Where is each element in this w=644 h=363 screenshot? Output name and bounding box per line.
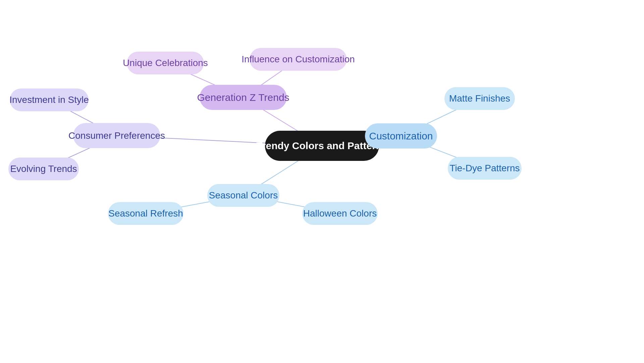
influence-customization-node: Influence on Customization [250,48,347,71]
seasonal-colors-node: Seasonal Colors [207,184,279,207]
center-node: Trendy Colors and Patterns [265,131,379,161]
matte-finishes-node: Matte Finishes [444,87,515,110]
halloween-colors-node: Halloween Colors [302,202,378,225]
generation-z-trends-node: Generation Z Trends [200,85,287,110]
unique-celebrations-node: Unique Celebrations [127,52,204,74]
investment-style-node: Investment in Style [10,88,89,111]
customization-node: Customization [365,123,437,148]
tie-dye-patterns-node: Tie-Dye Patterns [448,157,522,180]
consumer-preferences-node: Consumer Preferences [73,123,160,148]
seasonal-refresh-node: Seasonal Refresh [108,202,183,225]
evolving-trends-node: Evolving Trends [8,158,79,180]
